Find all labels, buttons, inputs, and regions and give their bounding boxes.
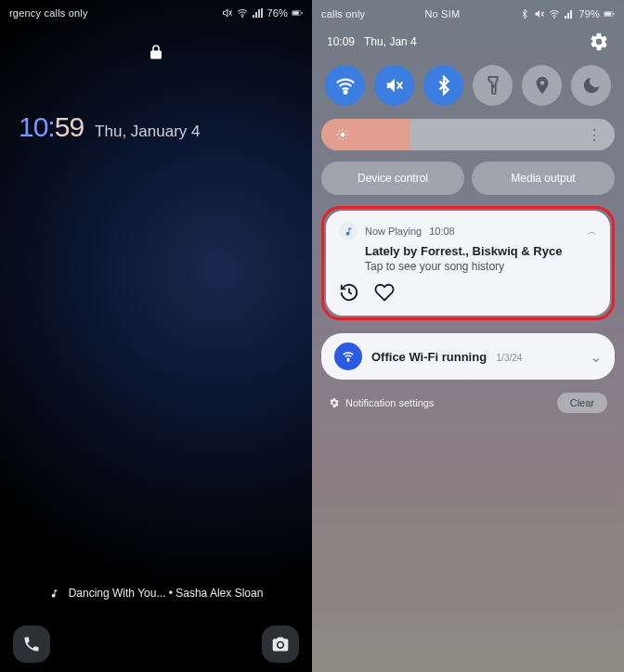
- svg-rect-8: [614, 13, 615, 15]
- qs-location[interactable]: [522, 65, 562, 106]
- wifi-icon: [335, 75, 356, 96]
- shade-header: 10:09 Thu, Jan 4: [321, 32, 615, 52]
- location-icon: [532, 75, 552, 96]
- phone-shortcut[interactable]: [13, 626, 50, 663]
- brightness-menu-icon[interactable]: ⋮: [587, 126, 602, 144]
- brightness-fill: [321, 119, 410, 150]
- bluetooth-icon: [434, 75, 454, 96]
- notification-shade: calls only No SIM 79% 10:09 Thu, Jan 4: [312, 0, 624, 672]
- status-bar-right: calls only No SIM 79%: [312, 0, 624, 22]
- lock-screen: rgency calls only 76% 10:59 Thu, January…: [0, 0, 312, 672]
- gear-icon: [589, 32, 609, 52]
- music-app-icon: [339, 222, 358, 240]
- now-playing-text: Dancing With You... • Sasha Alex Sloan: [69, 587, 264, 600]
- notification-app-name: Now Playing: [365, 226, 422, 237]
- gear-icon: [329, 397, 340, 408]
- svg-point-12: [347, 360, 348, 361]
- status-icons-left: 76%: [222, 7, 303, 19]
- qs-wifi[interactable]: [325, 65, 365, 106]
- svg-rect-7: [604, 12, 611, 16]
- svg-rect-3: [302, 12, 303, 14]
- music-note-icon: [344, 226, 354, 237]
- wifi-notification-date: 1/3/24: [497, 353, 523, 363]
- battery-text: 79%: [578, 8, 600, 19]
- settings-label: Notification settings: [345, 397, 434, 408]
- signal-icon: [252, 7, 263, 19]
- sim-text: No SIM: [424, 8, 460, 19]
- chevron-up-icon[interactable]: ︿: [587, 225, 597, 239]
- clock-time: 10:59: [19, 111, 84, 143]
- notification-timestamp: 10:08: [429, 226, 455, 237]
- control-buttons-row: Device control Media output: [321, 162, 615, 195]
- device-control-button[interactable]: Device control: [321, 162, 464, 195]
- svg-point-4: [279, 642, 283, 647]
- lock-icon: [0, 43, 312, 65]
- shade-date: Thu, Jan 4: [364, 35, 417, 48]
- svg-point-9: [344, 91, 346, 94]
- battery-text: 76%: [266, 7, 288, 19]
- clock-date: Thu, January 4: [95, 123, 200, 141]
- shade-footer: Notification settings Clear: [321, 393, 615, 413]
- lock-clock: 10:59 Thu, January 4: [0, 111, 312, 143]
- status-icons-right: 79%: [519, 8, 615, 19]
- carrier-text: rgency calls only: [9, 7, 88, 19]
- mute-icon: [384, 75, 405, 96]
- highlighted-notification: Now Playing 10:08 ︿ Lately by Forrest., …: [321, 206, 615, 320]
- notification-actions: [339, 282, 597, 303]
- battery-icon: [292, 7, 303, 19]
- settings-button[interactable]: [589, 32, 609, 52]
- history-icon: [339, 282, 359, 303]
- qs-flashlight[interactable]: [473, 65, 513, 106]
- flashlight-icon: [483, 75, 503, 96]
- qs-bluetooth[interactable]: [423, 65, 463, 106]
- quick-settings-row: [321, 65, 615, 106]
- carrier-text: calls only: [321, 8, 365, 19]
- wifi-notification[interactable]: Office Wi-Fi running 1/3/24 ⌄: [321, 333, 615, 380]
- brightness-slider[interactable]: ⋮: [321, 119, 615, 150]
- moon-icon: [581, 75, 602, 96]
- mute-icon: [222, 7, 233, 19]
- chevron-down-icon[interactable]: ⌄: [590, 348, 602, 366]
- bluetooth-icon: [519, 8, 530, 19]
- camera-icon: [271, 635, 290, 653]
- svg-rect-2: [292, 11, 299, 15]
- svg-point-11: [341, 133, 345, 137]
- battery-icon: [604, 8, 615, 19]
- wifi-notification-title: Office Wi-Fi running: [371, 350, 487, 364]
- now-playing-lock[interactable]: Dancing With You... • Sasha Alex Sloan: [0, 587, 312, 600]
- wifi-app-icon: [334, 342, 362, 370]
- history-button[interactable]: [339, 282, 359, 303]
- notification-subtitle: Tap to see your song history: [365, 260, 597, 273]
- now-playing-notification[interactable]: Now Playing 10:08 ︿ Lately by Forrest., …: [326, 211, 610, 316]
- mute-icon: [534, 8, 545, 19]
- shade-time: 10:09: [327, 35, 355, 48]
- svg-point-5: [554, 18, 555, 19]
- favorite-button[interactable]: [374, 282, 395, 303]
- qs-dnd[interactable]: [571, 65, 611, 106]
- notification-header: Now Playing 10:08 ︿: [339, 222, 597, 240]
- clear-button[interactable]: Clear: [557, 393, 607, 413]
- notification-title: Lately by Forrest., Biskwiq & Ryce: [365, 244, 597, 258]
- wifi-shield-icon: [341, 349, 356, 364]
- phone-icon: [22, 635, 41, 653]
- status-bar-left: rgency calls only 76%: [0, 0, 312, 22]
- camera-shortcut[interactable]: [262, 626, 299, 663]
- signal-icon: [564, 8, 575, 19]
- wifi-icon: [237, 7, 248, 19]
- sun-icon: [336, 128, 349, 141]
- music-note-icon: [49, 588, 59, 599]
- heart-icon: [374, 282, 395, 303]
- lock-shortcuts: [0, 626, 312, 663]
- wifi-icon: [549, 8, 560, 19]
- media-output-button[interactable]: Media output: [472, 162, 615, 195]
- qs-mute[interactable]: [374, 65, 414, 106]
- svg-point-10: [492, 85, 494, 87]
- notification-settings-link[interactable]: Notification settings: [329, 397, 434, 408]
- svg-point-0: [242, 17, 243, 18]
